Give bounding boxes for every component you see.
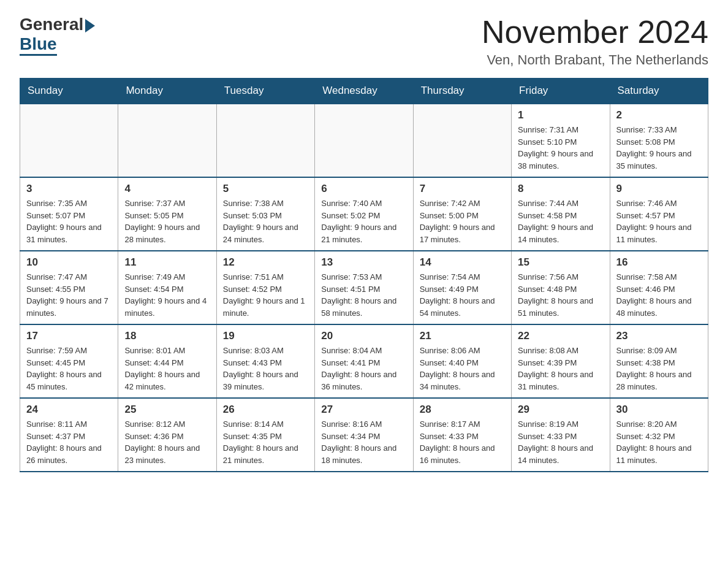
- calendar-body: 1Sunrise: 7:31 AM Sunset: 5:10 PM Daylig…: [20, 104, 708, 472]
- calendar-cell: 9Sunrise: 7:46 AM Sunset: 4:57 PM Daylig…: [610, 177, 708, 251]
- day-detail: Sunrise: 7:53 AM Sunset: 4:51 PM Dayligh…: [321, 271, 406, 319]
- calendar-cell: 30Sunrise: 8:20 AM Sunset: 4:32 PM Dayli…: [610, 398, 708, 472]
- day-of-week-header: Monday: [118, 79, 216, 104]
- day-number: 28: [420, 404, 505, 416]
- calendar-cell: 14Sunrise: 7:54 AM Sunset: 4:49 PM Dayli…: [413, 251, 511, 324]
- calendar-cell: [216, 104, 314, 177]
- calendar-cell: [315, 104, 413, 177]
- day-detail: Sunrise: 7:42 AM Sunset: 5:00 PM Dayligh…: [420, 197, 505, 245]
- day-number: 2: [616, 109, 702, 121]
- day-detail: Sunrise: 7:37 AM Sunset: 5:05 PM Dayligh…: [124, 197, 210, 245]
- day-detail: Sunrise: 8:04 AM Sunset: 4:41 PM Dayligh…: [321, 345, 406, 393]
- day-detail: Sunrise: 7:49 AM Sunset: 4:54 PM Dayligh…: [124, 271, 210, 319]
- calendar-cell: 1Sunrise: 7:31 AM Sunset: 5:10 PM Daylig…: [512, 104, 610, 177]
- day-number: 10: [26, 256, 112, 269]
- calendar-cell: 18Sunrise: 8:01 AM Sunset: 4:44 PM Dayli…: [118, 324, 216, 398]
- day-detail: Sunrise: 8:14 AM Sunset: 4:35 PM Dayligh…: [223, 418, 308, 466]
- day-number: 26: [223, 404, 308, 416]
- day-detail: Sunrise: 7:56 AM Sunset: 4:48 PM Dayligh…: [518, 271, 603, 319]
- day-detail: Sunrise: 8:16 AM Sunset: 4:34 PM Dayligh…: [321, 418, 406, 466]
- day-detail: Sunrise: 7:35 AM Sunset: 5:07 PM Dayligh…: [26, 197, 112, 245]
- day-number: 7: [420, 183, 505, 195]
- day-detail: Sunrise: 7:47 AM Sunset: 4:55 PM Dayligh…: [26, 271, 112, 319]
- day-detail: Sunrise: 7:33 AM Sunset: 5:08 PM Dayligh…: [616, 124, 702, 172]
- day-number: 21: [420, 330, 505, 342]
- day-number: 16: [616, 256, 702, 269]
- day-detail: Sunrise: 7:44 AM Sunset: 4:58 PM Dayligh…: [518, 197, 603, 245]
- day-number: 4: [124, 183, 210, 195]
- page-header: General Blue November 2024 Ven, North Br…: [20, 15, 708, 68]
- day-detail: Sunrise: 8:09 AM Sunset: 4:38 PM Dayligh…: [616, 345, 702, 393]
- month-year-title: November 2024: [482, 15, 708, 50]
- day-detail: Sunrise: 8:06 AM Sunset: 4:40 PM Dayligh…: [420, 345, 505, 393]
- day-number: 11: [124, 256, 210, 269]
- day-detail: Sunrise: 7:40 AM Sunset: 5:02 PM Dayligh…: [321, 197, 406, 245]
- calendar-cell: 19Sunrise: 8:03 AM Sunset: 4:43 PM Dayli…: [216, 324, 314, 398]
- calendar-cell: 22Sunrise: 8:08 AM Sunset: 4:39 PM Dayli…: [512, 324, 610, 398]
- day-number: 24: [26, 404, 112, 416]
- day-number: 19: [223, 330, 308, 342]
- calendar-cell: [118, 104, 216, 177]
- logo-general-text: General: [20, 15, 83, 34]
- calendar-cell: 3Sunrise: 7:35 AM Sunset: 5:07 PM Daylig…: [20, 177, 118, 251]
- calendar-cell: 5Sunrise: 7:38 AM Sunset: 5:03 PM Daylig…: [216, 177, 314, 251]
- day-of-week-header: Friday: [512, 79, 610, 104]
- calendar-week-row: 1Sunrise: 7:31 AM Sunset: 5:10 PM Daylig…: [20, 104, 708, 177]
- calendar-cell: 10Sunrise: 7:47 AM Sunset: 4:55 PM Dayli…: [20, 251, 118, 324]
- day-number: 29: [518, 404, 603, 416]
- calendar-cell: 20Sunrise: 8:04 AM Sunset: 4:41 PM Dayli…: [315, 324, 413, 398]
- day-of-week-header: Sunday: [20, 79, 118, 104]
- calendar-week-row: 17Sunrise: 7:59 AM Sunset: 4:45 PM Dayli…: [20, 324, 708, 398]
- day-of-week-header: Wednesday: [315, 79, 413, 104]
- day-number: 13: [321, 256, 406, 269]
- calendar-cell: 7Sunrise: 7:42 AM Sunset: 5:00 PM Daylig…: [413, 177, 511, 251]
- day-detail: Sunrise: 8:01 AM Sunset: 4:44 PM Dayligh…: [124, 345, 210, 393]
- day-number: 5: [223, 183, 308, 195]
- calendar-cell: 26Sunrise: 8:14 AM Sunset: 4:35 PM Dayli…: [216, 398, 314, 472]
- day-detail: Sunrise: 8:17 AM Sunset: 4:33 PM Dayligh…: [420, 418, 505, 466]
- calendar-cell: 15Sunrise: 7:56 AM Sunset: 4:48 PM Dayli…: [512, 251, 610, 324]
- calendar-cell: 27Sunrise: 8:16 AM Sunset: 4:34 PM Dayli…: [315, 398, 413, 472]
- day-detail: Sunrise: 7:58 AM Sunset: 4:46 PM Dayligh…: [616, 271, 702, 319]
- calendar-cell: 6Sunrise: 7:40 AM Sunset: 5:02 PM Daylig…: [315, 177, 413, 251]
- day-detail: Sunrise: 7:51 AM Sunset: 4:52 PM Dayligh…: [223, 271, 308, 319]
- logo-blue-text: Blue: [20, 34, 57, 56]
- calendar-cell: 23Sunrise: 8:09 AM Sunset: 4:38 PM Dayli…: [610, 324, 708, 398]
- day-number: 18: [124, 330, 210, 342]
- calendar-cell: 2Sunrise: 7:33 AM Sunset: 5:08 PM Daylig…: [610, 104, 708, 177]
- calendar-week-row: 3Sunrise: 7:35 AM Sunset: 5:07 PM Daylig…: [20, 177, 708, 251]
- day-of-week-header: Tuesday: [216, 79, 314, 104]
- day-of-week-header: Thursday: [413, 79, 511, 104]
- day-number: 27: [321, 404, 406, 416]
- day-detail: Sunrise: 8:08 AM Sunset: 4:39 PM Dayligh…: [518, 345, 603, 393]
- day-detail: Sunrise: 7:31 AM Sunset: 5:10 PM Dayligh…: [518, 124, 603, 172]
- day-number: 25: [124, 404, 210, 416]
- day-number: 1: [518, 109, 603, 121]
- calendar-cell: 16Sunrise: 7:58 AM Sunset: 4:46 PM Dayli…: [610, 251, 708, 324]
- calendar-cell: 29Sunrise: 8:19 AM Sunset: 4:33 PM Dayli…: [512, 398, 610, 472]
- day-detail: Sunrise: 7:46 AM Sunset: 4:57 PM Dayligh…: [616, 197, 702, 245]
- calendar-header-row: SundayMondayTuesdayWednesdayThursdayFrid…: [20, 79, 708, 104]
- day-number: 22: [518, 330, 603, 342]
- day-detail: Sunrise: 7:38 AM Sunset: 5:03 PM Dayligh…: [223, 197, 308, 245]
- calendar-cell: 11Sunrise: 7:49 AM Sunset: 4:54 PM Dayli…: [118, 251, 216, 324]
- day-of-week-header: Saturday: [610, 79, 708, 104]
- day-detail: Sunrise: 8:11 AM Sunset: 4:37 PM Dayligh…: [26, 418, 112, 466]
- day-number: 9: [616, 183, 702, 195]
- day-number: 12: [223, 256, 308, 269]
- calendar-cell: 8Sunrise: 7:44 AM Sunset: 4:58 PM Daylig…: [512, 177, 610, 251]
- day-number: 17: [26, 330, 112, 342]
- calendar-cell: [413, 104, 511, 177]
- calendar-cell: 25Sunrise: 8:12 AM Sunset: 4:36 PM Dayli…: [118, 398, 216, 472]
- day-number: 15: [518, 256, 603, 269]
- calendar-week-row: 10Sunrise: 7:47 AM Sunset: 4:55 PM Dayli…: [20, 251, 708, 324]
- day-number: 8: [518, 183, 603, 195]
- day-number: 23: [616, 330, 702, 342]
- location-subtitle: Ven, North Brabant, The Netherlands: [482, 52, 708, 68]
- calendar-cell: 24Sunrise: 8:11 AM Sunset: 4:37 PM Dayli…: [20, 398, 118, 472]
- calendar-cell: 4Sunrise: 7:37 AM Sunset: 5:05 PM Daylig…: [118, 177, 216, 251]
- calendar-cell: 21Sunrise: 8:06 AM Sunset: 4:40 PM Dayli…: [413, 324, 511, 398]
- day-detail: Sunrise: 7:59 AM Sunset: 4:45 PM Dayligh…: [26, 345, 112, 393]
- title-area: November 2024 Ven, North Brabant, The Ne…: [482, 15, 708, 68]
- day-number: 6: [321, 183, 406, 195]
